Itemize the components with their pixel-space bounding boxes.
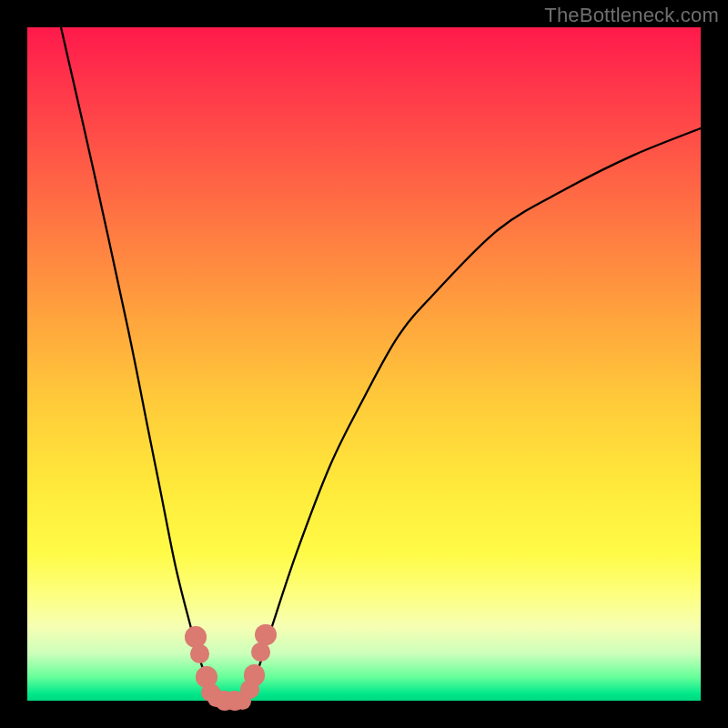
watermark-text: TheBottleneck.com <box>544 4 719 27</box>
curve-marker <box>255 624 277 646</box>
curve-marker <box>190 644 209 663</box>
bottleneck-curve <box>27 27 701 701</box>
chart-plot-area <box>27 27 701 701</box>
curve-marker <box>244 664 266 686</box>
